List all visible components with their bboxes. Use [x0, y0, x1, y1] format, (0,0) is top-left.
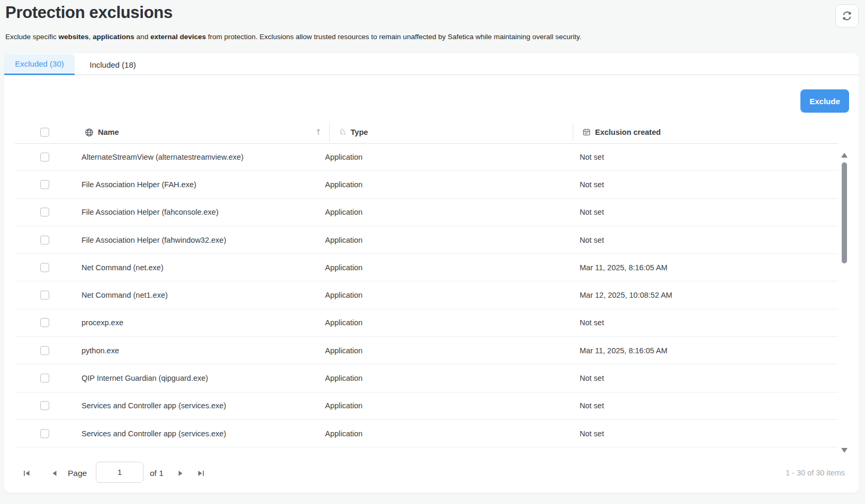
- refresh-icon: [841, 10, 853, 22]
- tab-included-label: Included (18): [89, 60, 136, 69]
- row-type: Application: [325, 346, 363, 355]
- column-label-name: Name: [98, 128, 119, 136]
- row-checkbox[interactable]: [40, 235, 49, 244]
- row-checkbox[interactable]: [40, 401, 49, 410]
- table-row[interactable]: File Association Helper (fahwindow32.exe…: [15, 226, 838, 254]
- scrollbar-thumb[interactable]: [842, 162, 847, 263]
- table-row[interactable]: Net Command (net.exe) Application Mar 11…: [15, 254, 838, 281]
- row-name: Net Command (net.exe): [82, 263, 164, 272]
- row-created: Not set: [580, 236, 604, 244]
- row-type: Application: [325, 208, 363, 216]
- row-created: Not set: [580, 318, 604, 327]
- page-count-label: of 1: [150, 469, 164, 478]
- row-created: Not set: [580, 429, 604, 438]
- table-body: AlternateStreamView (alternatestreamview…: [0, 143, 865, 447]
- next-page-button[interactable]: [175, 468, 186, 479]
- row-name: python.exe: [82, 346, 119, 355]
- row-name: File Association Helper (fahconsole.exe): [82, 208, 219, 216]
- table-row[interactable]: Net Command (net1.exe) Application Mar 1…: [15, 281, 838, 309]
- table-row[interactable]: Services and Controller app (services.ex…: [15, 420, 838, 447]
- column-label-created: Exclusion created: [595, 128, 661, 136]
- table-row[interactable]: AlternateStreamView (alternatestreamview…: [15, 143, 838, 171]
- row-created: Mar 12, 2025, 10:08:52 AM: [580, 291, 672, 299]
- tab-excluded-label: Excluded (30): [15, 59, 64, 68]
- row-created: Not set: [580, 153, 604, 161]
- row-type: Application: [325, 318, 363, 327]
- row-type: Application: [325, 153, 363, 161]
- calendar-icon: [582, 128, 591, 136]
- row-name: procexp.exe: [82, 318, 123, 327]
- row-name: Services and Controller app (services.ex…: [82, 401, 226, 410]
- sort-ascending-icon: ↑: [315, 127, 322, 137]
- row-created: Not set: [580, 374, 604, 382]
- row-name: Services and Controller app (services.ex…: [82, 429, 226, 438]
- scroll-down-icon[interactable]: [841, 448, 848, 453]
- row-checkbox[interactable]: [40, 180, 49, 189]
- globe-icon: [85, 128, 94, 137]
- column-header-type[interactable]: ♘ Type: [339, 121, 368, 143]
- row-created: Mar 11, 2025, 8:16:05 AM: [580, 346, 668, 355]
- row-created: Not set: [580, 208, 604, 216]
- last-page-button[interactable]: [195, 468, 206, 479]
- page-subtitle: Exclude specific websites, applications …: [5, 33, 581, 41]
- column-divider: [329, 123, 330, 142]
- row-name: File Association Helper (fahwindow32.exe…: [82, 236, 226, 244]
- row-checkbox[interactable]: [40, 208, 49, 217]
- page-root: Protection exclusions Exclude specific w…: [0, 0, 865, 504]
- table-row[interactable]: procexp.exe Application Not set: [15, 309, 838, 337]
- row-checkbox[interactable]: [40, 346, 49, 355]
- table-row[interactable]: File Association Helper (fahconsole.exe)…: [15, 199, 838, 226]
- exclude-button[interactable]: Exclude: [800, 89, 849, 113]
- row-type: Application: [325, 236, 363, 244]
- page-label: Page: [68, 469, 87, 478]
- row-name: Net Command (net1.exe): [82, 291, 168, 299]
- row-created: Mar 11, 2025, 8:16:05 AM: [580, 263, 668, 272]
- previous-page-button[interactable]: [49, 468, 60, 479]
- row-checkbox[interactable]: [40, 374, 49, 383]
- row-checkbox[interactable]: [40, 429, 49, 438]
- row-name: QIP Internet Guardian (qipguard.exe): [82, 374, 208, 382]
- row-checkbox[interactable]: [40, 291, 49, 300]
- row-type: Application: [325, 263, 363, 272]
- table-row[interactable]: QIP Internet Guardian (qipguard.exe) App…: [15, 364, 838, 392]
- row-name: File Association Helper (FAH.exe): [82, 180, 196, 189]
- table-row[interactable]: python.exe Application Mar 11, 2025, 8:1…: [15, 337, 838, 364]
- page-title: Protection exclusions: [5, 3, 173, 22]
- row-type: Application: [325, 374, 363, 382]
- chess-knight-icon: ♘: [339, 128, 346, 136]
- page-number-input[interactable]: [96, 462, 143, 483]
- row-type: Application: [325, 429, 363, 438]
- column-header-name[interactable]: Name: [85, 121, 119, 143]
- table-header: Name ↑ ♘ Type Exclusion created: [15, 121, 838, 144]
- scroll-up-icon[interactable]: [841, 153, 848, 158]
- column-divider: [573, 123, 573, 142]
- select-all-checkbox[interactable]: [40, 128, 49, 137]
- row-checkbox[interactable]: [40, 263, 49, 272]
- row-created: Not set: [580, 401, 604, 410]
- column-label-type: Type: [350, 128, 368, 136]
- items-range-label: 1 - 30 of 30 items: [786, 469, 845, 477]
- tab-included[interactable]: Included (18): [77, 54, 148, 75]
- row-checkbox[interactable]: [40, 152, 49, 161]
- table-row[interactable]: File Association Helper (FAH.exe) Applic…: [15, 171, 838, 198]
- row-type: Application: [325, 401, 363, 410]
- table-row[interactable]: Services and Controller app (services.ex…: [15, 392, 838, 420]
- row-type: Application: [325, 291, 363, 299]
- refresh-button[interactable]: [835, 4, 859, 28]
- tab-excluded[interactable]: Excluded (30): [4, 54, 75, 75]
- row-created: Not set: [580, 180, 604, 189]
- first-page-button[interactable]: [21, 468, 33, 479]
- row-name: AlternateStreamView (alternatestreamview…: [82, 153, 244, 161]
- row-type: Application: [325, 180, 363, 189]
- column-header-created[interactable]: Exclusion created: [582, 121, 661, 143]
- row-checkbox[interactable]: [40, 318, 49, 327]
